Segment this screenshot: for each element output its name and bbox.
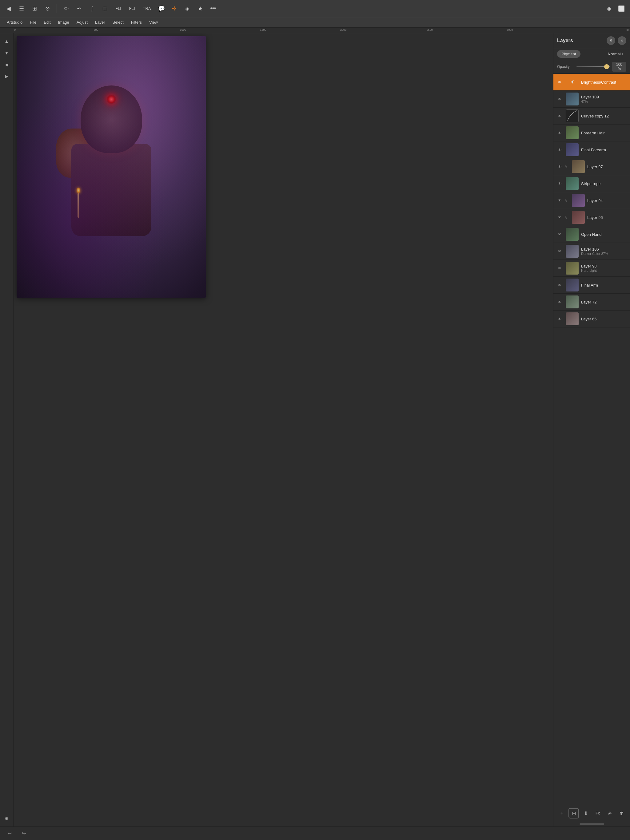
layer-item-layer-94[interactable]: 👁↳Layer 94: [553, 192, 630, 209]
layer-thumb-stripe-rope: [566, 177, 579, 190]
ruler-1000: 1000: [180, 28, 186, 32]
layer-eye-layer-96[interactable]: 👁: [556, 214, 563, 221]
layer-name-layer-94: Layer 94: [587, 198, 628, 203]
add-group-button[interactable]: ⊞: [568, 808, 579, 818]
layer-item-layer-66[interactable]: 👁Layer 66: [553, 311, 630, 327]
layer-info-final-forearm: Final Forearm: [581, 148, 628, 152]
layers-list[interactable]: 👁☀Brightness/Contrast👁Layer 10947%👁Curve…: [553, 74, 630, 805]
left-tool-right[interactable]: ▶: [2, 71, 12, 81]
speech-bubble-icon[interactable]: 💬: [157, 4, 166, 14]
layer-item-layer-109[interactable]: 👁Layer 10947%: [553, 91, 630, 107]
layer-eye-brightness-contrast[interactable]: 👁: [556, 78, 563, 86]
menu-file[interactable]: File: [27, 19, 40, 26]
menu-layer[interactable]: Layer: [92, 19, 108, 26]
opacity-thumb[interactable]: [604, 64, 609, 69]
normal-blend-mode[interactable]: Normal ›: [605, 50, 626, 58]
dropper-tool[interactable]: ◈: [182, 4, 192, 14]
chevron-right-icon: ›: [622, 52, 623, 56]
layer-eye-open-hand[interactable]: 👁: [556, 231, 563, 238]
shadow-overlay: [17, 36, 206, 298]
menu-image[interactable]: Image: [55, 19, 72, 26]
layers-panel: Layers S ✕ Pigment Normal › Opacity 100 …: [553, 33, 630, 826]
left-tool-left[interactable]: ◀: [2, 60, 12, 69]
layer-item-final-arm[interactable]: 👁Final Arm: [553, 277, 630, 294]
close-panel-button[interactable]: ✕: [618, 36, 626, 45]
pigment-button[interactable]: Pigment: [557, 50, 581, 58]
download-button[interactable]: ⬇: [581, 808, 591, 818]
back-button[interactable]: ◀: [4, 4, 14, 14]
left-tool-up[interactable]: ▲: [2, 36, 12, 46]
layer-indent-layer-96: ↳: [563, 215, 570, 219]
brush-tool[interactable]: ∫: [87, 4, 97, 14]
layer-thumb-layer-97: [572, 160, 585, 173]
pen-tool[interactable]: ✒: [74, 4, 84, 14]
layer-eye-final-arm[interactable]: 👁: [556, 281, 563, 289]
menu-edit[interactable]: Edit: [41, 19, 54, 26]
layer-item-layer-72[interactable]: 👁Layer 72: [553, 294, 630, 311]
layer-item-forearm-hair[interactable]: 👁Forearm Hair: [553, 125, 630, 141]
layer-info-layer-96: Layer 96: [587, 215, 628, 220]
layer-thumb-final-arm: [566, 279, 579, 292]
star-icon[interactable]: ★: [195, 4, 205, 14]
menu-select[interactable]: Select: [109, 19, 127, 26]
layer-name-layer-106: Layer 106: [581, 247, 628, 251]
window-icon[interactable]: ⬜: [616, 4, 626, 14]
layer-thumb-open-hand: [566, 228, 579, 241]
menu-artstudio[interactable]: Artstudio: [4, 19, 25, 26]
layer-eye-final-forearm[interactable]: 👁: [556, 146, 563, 153]
layer-eye-stripe-rope[interactable]: 👁: [556, 180, 563, 187]
layer-eye-layer-94[interactable]: 👁: [556, 197, 563, 204]
fli1-button[interactable]: FLI: [113, 5, 123, 12]
layer-item-layer-106[interactable]: 👁Layer 106Darker Color 87%: [553, 243, 630, 260]
layer-eye-curves-copy-12[interactable]: 👁: [556, 112, 563, 120]
layer-item-layer-97[interactable]: 👁↳Layer 97: [553, 158, 630, 175]
tra-button[interactable]: TRA: [141, 5, 154, 12]
dropbox-icon[interactable]: ◈: [604, 4, 614, 14]
menu-filters[interactable]: Filters: [128, 19, 145, 26]
layer-eye-layer-66[interactable]: 👁: [556, 315, 563, 322]
layer-item-curves-copy-12[interactable]: 👁Curves copy 12: [553, 107, 630, 125]
layer-item-layer-98[interactable]: 👁Layer 98Hard Light: [553, 260, 630, 277]
main-area: ▲ ▼ ◀ ▶ ⚙: [0, 33, 630, 826]
fli2-button[interactable]: FLI: [127, 5, 138, 12]
layer-name-forearm-hair: Forearm Hair: [581, 131, 628, 135]
layer-eye-layer-106[interactable]: 👁: [556, 248, 563, 255]
shield-icon[interactable]: ⊙: [43, 4, 52, 14]
layer-eye-forearm-hair[interactable]: 👁: [556, 129, 563, 136]
grid-icon[interactable]: ⊞: [30, 4, 40, 14]
left-tool-down[interactable]: ▼: [2, 48, 12, 58]
opacity-slider[interactable]: [576, 66, 610, 67]
layer-item-brightness-contrast[interactable]: 👁☀Brightness/Contrast: [553, 74, 630, 91]
menu-icon[interactable]: ☰: [17, 4, 27, 14]
ruler-corner: [0, 28, 14, 33]
pencil-tool[interactable]: ✏: [61, 4, 71, 14]
menu-adjust[interactable]: Adjust: [73, 19, 91, 26]
select-tool[interactable]: ⬚: [100, 4, 110, 14]
menu-view[interactable]: View: [146, 19, 161, 26]
layer-item-stripe-rope[interactable]: 👁Stripe rope: [553, 175, 630, 192]
more-icon[interactable]: •••: [208, 4, 218, 14]
undo-button[interactable]: ↩: [5, 829, 14, 838]
layer-info-forearm-hair: Forearm Hair: [581, 131, 628, 135]
layer-item-open-hand[interactable]: 👁Open Hand: [553, 226, 630, 243]
left-tool-settings[interactable]: ⚙: [2, 813, 12, 823]
layer-eye-layer-109[interactable]: 👁: [556, 95, 563, 103]
add-layer-button[interactable]: +: [557, 808, 567, 818]
layer-eye-layer-97[interactable]: 👁: [556, 163, 563, 171]
layers-bottom-toolbar: + ⊞ ⬇ Fx ☀ 🗑: [553, 805, 630, 821]
layer-eye-layer-98[interactable]: 👁: [556, 264, 563, 272]
layer-info-layer-109: Layer 10947%: [581, 95, 628, 103]
solo-button[interactable]: S: [606, 36, 615, 45]
delete-layer-button[interactable]: 🗑: [616, 808, 627, 818]
artwork-canvas[interactable]: [17, 36, 206, 298]
move-tool[interactable]: ✛: [169, 4, 179, 14]
layer-eye-layer-72[interactable]: 👁: [556, 298, 563, 306]
layers-header: Layers S ✕: [553, 33, 630, 48]
redo-button[interactable]: ↪: [19, 829, 28, 838]
layer-name-layer-72: Layer 72: [581, 300, 628, 305]
canvas-area[interactable]: [14, 33, 553, 826]
adjust-button[interactable]: ☀: [605, 808, 615, 818]
fx-button[interactable]: Fx: [592, 808, 603, 818]
layer-item-layer-96[interactable]: 👁↳Layer 96: [553, 209, 630, 226]
layer-item-final-forearm[interactable]: 👁Final Forearm: [553, 141, 630, 158]
